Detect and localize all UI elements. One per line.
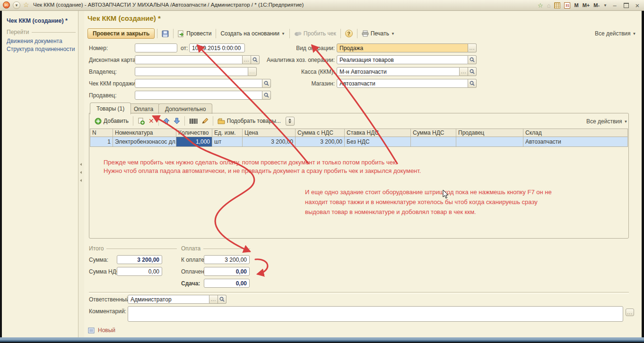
barcode-button[interactable] [187, 117, 200, 125]
responsible-ellipsis-button[interactable]: ... [209, 295, 218, 304]
sidebar-splitter[interactable] [78, 11, 84, 337]
seller-input[interactable] [135, 91, 262, 100]
create-based-on-button[interactable]: Создать на основании ▼ [218, 29, 287, 38]
pick-goods-button[interactable]: Подобрать товары... [216, 117, 283, 125]
print-button[interactable]: Печать ▼ [360, 29, 397, 38]
col-header-vat-sum[interactable]: Сумма НДС [411, 129, 456, 137]
help-button[interactable]: ? [343, 29, 355, 38]
owner-ellipsis-button-disabled[interactable]: ... [248, 67, 257, 76]
minimize-button[interactable]: – [611, 2, 618, 9]
tab-goods[interactable]: Товары (1) [90, 103, 131, 114]
sum-input[interactable]: 3 200,00 [117, 255, 162, 264]
cell-unit[interactable]: шт [212, 137, 243, 146]
copy-row-icon [138, 118, 145, 125]
sidebar-item-subordination-structure[interactable]: Структура подчиненности [7, 46, 75, 52]
col-header-price[interactable]: Цена [243, 129, 296, 137]
calculator-icon[interactable] [554, 2, 560, 9]
post-and-close-button[interactable]: Провести и закрыть [87, 28, 155, 39]
post-button[interactable]: Провести [176, 29, 213, 38]
tab-payment[interactable]: Оплата [127, 103, 160, 114]
memory-plus-button[interactable]: M+ [583, 2, 590, 8]
col-header-sum-vat[interactable]: Сумма с НДС [296, 129, 345, 137]
row-order-spinner[interactable] [286, 117, 295, 126]
memory-minus-button[interactable]: M- [593, 2, 600, 8]
vat-sum-input[interactable]: 0,00 [117, 267, 162, 276]
operation-kind-input[interactable]: Продажа [337, 43, 468, 52]
restore-button[interactable] [622, 2, 630, 9]
bottom-strip-shadow [0, 341, 644, 342]
responsible-input[interactable]: Администратор [128, 295, 209, 304]
cell-price[interactable]: 3 200,00 [243, 137, 296, 146]
cell-sum-vat[interactable]: 3 200,00 [296, 137, 345, 146]
add-row-button[interactable]: Добавить [93, 117, 131, 126]
calendar-icon[interactable]: 31 [564, 2, 570, 9]
move-down-button[interactable] [172, 117, 182, 125]
discount-card-input[interactable] [135, 55, 243, 64]
edit-price-button[interactable] [200, 117, 210, 125]
col-header-vat-rate[interactable]: Ставка НДС [345, 129, 411, 137]
move-up-button[interactable] [161, 117, 172, 125]
col-header-n[interactable]: N [90, 129, 113, 137]
cell-warehouse[interactable]: Автозапчасти [523, 137, 627, 146]
add-row-label: Добавить [104, 118, 129, 124]
all-actions-button[interactable]: Все действия ▼ [595, 30, 636, 37]
responsible-search-button[interactable] [218, 295, 226, 304]
analytics-input[interactable]: Реализация товаров [337, 55, 468, 64]
chevron-down-icon[interactable]: ▼ [603, 3, 607, 8]
col-header-warehouse[interactable]: Склад [523, 129, 627, 137]
comment-ellipsis-button[interactable]: ... [626, 309, 634, 316]
date-input[interactable]: 10.09.2015 0:00:00 [189, 43, 245, 52]
paid-input[interactable]: 0,00 [204, 267, 250, 276]
change-input[interactable]: 0,00 [204, 279, 250, 288]
number-label: Номер: [89, 45, 108, 51]
cell-n[interactable]: 1 [90, 137, 113, 146]
items-all-actions-label: Все действия [586, 118, 622, 125]
all-actions-label: Все действия [595, 30, 630, 37]
punch-check-button-disabled[interactable]: Пробить чек [292, 29, 338, 38]
operation-kind-ellipsis-button[interactable]: ... [468, 43, 477, 52]
sidebar-item-document-movements[interactable]: Движения документа [7, 38, 62, 44]
ellipsis-icon: ... [470, 47, 475, 49]
favorites-star-icon[interactable]: ☆ [23, 1, 29, 9]
cash-register-search-button[interactable] [468, 67, 477, 76]
analytics-search-button[interactable] [468, 55, 477, 64]
number-input[interactable] [135, 43, 177, 52]
magnifier-icon [470, 69, 475, 74]
goods-table: N Номенклатура Количество Ед. изм. Цена … [90, 129, 628, 147]
footer-separator [89, 292, 629, 294]
app-logo-icon[interactable]: 1С [3, 1, 10, 9]
system-menu-button[interactable]: ▼ [13, 1, 20, 9]
items-all-actions-button[interactable]: Все действия ▼ [586, 118, 627, 125]
toolbar-separator [340, 29, 341, 38]
col-header-seller[interactable]: Продавец [456, 129, 523, 137]
cash-register-input[interactable]: М-н Автозапчасти [337, 67, 460, 76]
cell-vat-rate[interactable]: Без НДС [345, 137, 411, 146]
seller-search-button[interactable] [262, 91, 271, 100]
table-row[interactable]: 1 Электробензонасос дл... 1,000 шт 3 200… [90, 137, 628, 147]
save-button[interactable] [160, 29, 171, 38]
home-icon[interactable]: ⌂ [547, 2, 551, 9]
owner-input[interactable] [135, 67, 248, 76]
store-search-button[interactable] [468, 79, 477, 88]
cash-register-ellipsis-button[interactable]: ... [460, 67, 468, 76]
discount-card-search-button[interactable] [251, 55, 260, 64]
add-favorite-icon[interactable]: ☆ [538, 2, 543, 9]
store-input[interactable]: Автозапчасти [337, 79, 468, 88]
delete-row-button[interactable]: ✕ [147, 117, 156, 125]
cell-seller[interactable] [456, 137, 523, 146]
copy-row-button[interactable] [136, 117, 147, 126]
col-header-unit[interactable]: Ед. изм. [212, 129, 243, 137]
discount-card-ellipsis-button[interactable]: ... [243, 55, 251, 64]
kkm-sale-check-input[interactable] [135, 79, 262, 88]
tab-additional[interactable]: Дополнительно [158, 103, 212, 114]
col-header-nomenclature[interactable]: Номенклатура [113, 129, 176, 137]
memory-button[interactable]: M [574, 2, 578, 8]
col-header-qty[interactable]: Количество [176, 129, 212, 137]
cell-qty-selected[interactable]: 1,000 [176, 137, 212, 146]
close-button[interactable]: × [634, 2, 641, 9]
cell-vat-sum[interactable] [411, 137, 456, 146]
cell-nomenclature[interactable]: Электробензонасос дл... [113, 137, 176, 146]
to-pay-input[interactable]: 3 200,00 [204, 255, 250, 264]
punch-check-label: Пробить чек [304, 30, 336, 37]
comment-input[interactable] [128, 306, 623, 322]
